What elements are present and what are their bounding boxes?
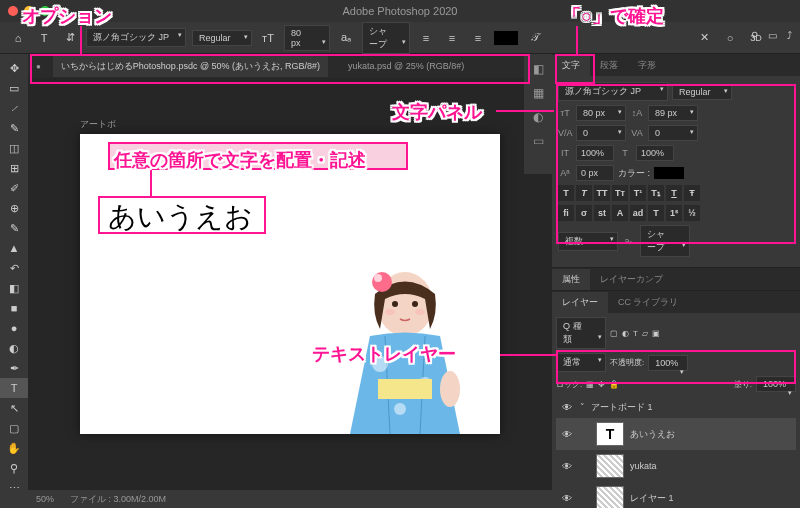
cancel-button[interactable]: ✕ <box>694 28 714 48</box>
hand-tool[interactable]: ✋ <box>0 438 28 458</box>
more-tools[interactable]: ⋯ <box>0 478 28 498</box>
char-baseline[interactable]: 0 px <box>576 165 614 181</box>
eyedropper-tool[interactable]: ✐ <box>0 178 28 198</box>
libraries-panel-icon[interactable]: ▭ <box>524 130 552 152</box>
type-tool[interactable]: T <box>0 378 28 398</box>
bold-button[interactable]: T <box>558 185 574 201</box>
paragraph-tab[interactable]: 段落 <box>590 55 628 76</box>
cc-libraries-tab[interactable]: CC ライブラリ <box>608 292 689 313</box>
document-tab-active[interactable]: いちからはじめるPhotoshop.psdc @ 50% (あいうえお, RGB… <box>53 56 328 77</box>
fill-value[interactable]: 100% <box>756 376 796 392</box>
ot-st[interactable]: st <box>594 205 610 221</box>
char-tab[interactable]: 文字 <box>552 55 590 76</box>
ot-fi[interactable]: fi <box>558 205 574 221</box>
align-right-icon[interactable]: ≡ <box>468 28 488 48</box>
layers-tab[interactable]: レイヤー <box>552 292 608 313</box>
properties-tab[interactable]: 属性 <box>552 269 590 290</box>
blend-mode[interactable]: 通常 <box>556 353 606 372</box>
lock-all-icon[interactable]: 🔒 <box>609 380 619 389</box>
char-color-swatch[interactable] <box>654 167 684 179</box>
share-icon[interactable]: ⤴ <box>787 30 792 41</box>
swatches-panel-icon[interactable]: ▦ <box>524 82 552 104</box>
opacity-value[interactable]: 100% <box>648 355 688 371</box>
warp-text-icon[interactable]: 𝒯 <box>524 28 544 48</box>
layer-row[interactable]: 👁 yukata <box>556 450 796 482</box>
ot-ad[interactable]: ad <box>630 205 646 221</box>
font-style-dropdown[interactable]: Regular <box>192 30 252 46</box>
ot-a[interactable]: A <box>612 205 628 221</box>
filter-smart-icon[interactable]: ▣ <box>652 329 660 338</box>
canvas[interactable]: アートボ あいうえお <box>28 78 552 490</box>
blur-tool[interactable]: ● <box>0 318 28 338</box>
workspace-icon[interactable]: ▭ <box>768 30 777 41</box>
char-va[interactable]: 0 <box>576 125 626 141</box>
color-panel-icon[interactable]: ◧ <box>524 58 552 80</box>
filter-image-icon[interactable]: ▢ <box>610 329 618 338</box>
aa-dropdown[interactable]: シャープ <box>362 22 410 54</box>
zoom-tool[interactable]: ⚲ <box>0 458 28 478</box>
subscript-button[interactable]: T₁ <box>648 185 664 201</box>
pen-tool[interactable]: ✒ <box>0 358 28 378</box>
filter-adjust-icon[interactable]: ◐ <box>622 329 629 338</box>
move-tool[interactable]: ✥ <box>0 58 28 78</box>
char-aa[interactable]: シャープ <box>640 225 690 257</box>
visibility-icon[interactable]: 👁 <box>560 402 574 413</box>
layer-filter[interactable]: Q 種類 <box>556 317 606 349</box>
crop-tool[interactable]: ◫ <box>0 138 28 158</box>
char-scale-h[interactable]: 100% <box>636 145 674 161</box>
visibility-icon[interactable]: 👁 <box>560 493 574 504</box>
underline-button[interactable]: T <box>666 185 682 201</box>
lasso-tool[interactable]: ⟋ <box>0 98 28 118</box>
commit-button[interactable]: ○ <box>720 28 740 48</box>
filter-shape-icon[interactable]: ▱ <box>642 329 648 338</box>
font-size-dropdown[interactable]: 80 px <box>284 25 330 51</box>
healing-tool[interactable]: ⊕ <box>0 198 28 218</box>
brush-tool[interactable]: ✎ <box>0 218 28 238</box>
visibility-icon[interactable]: 👁 <box>560 461 574 472</box>
disclosure-icon[interactable]: ˅ <box>580 402 585 412</box>
char-lang[interactable]: 複数 <box>558 232 618 251</box>
ot-1st[interactable]: 1ˢ <box>666 205 682 221</box>
layer-comps-tab[interactable]: レイヤーカンプ <box>590 269 673 290</box>
layer-row[interactable]: 👁 レイヤー 1 <box>556 482 796 508</box>
marquee-tool[interactable]: ▭ <box>0 78 28 98</box>
superscript-button[interactable]: T¹ <box>630 185 646 201</box>
italic-button[interactable]: T <box>576 185 592 201</box>
close-window-icon[interactable] <box>8 6 18 16</box>
glyphs-tab[interactable]: 字形 <box>628 55 666 76</box>
char-font-size[interactable]: 80 px <box>576 105 626 121</box>
char-kerning[interactable]: 0 <box>648 125 698 141</box>
strike-button[interactable]: Ŧ <box>684 185 700 201</box>
ot-sigma[interactable]: σ <box>576 205 592 221</box>
maximize-window-icon[interactable] <box>40 6 50 16</box>
align-left-icon[interactable]: ≡ <box>416 28 436 48</box>
search-icon[interactable]: ⚲ <box>751 30 758 41</box>
stamp-tool[interactable]: ▲ <box>0 238 28 258</box>
minimize-window-icon[interactable] <box>24 6 34 16</box>
artboard[interactable]: アートボ あいうえお <box>80 134 500 434</box>
layer-name[interactable]: レイヤー 1 <box>630 492 674 505</box>
smallcaps-button[interactable]: Tт <box>612 185 628 201</box>
font-family-dropdown[interactable]: 源ノ角ゴシック JP <box>86 28 186 47</box>
path-tool[interactable]: ↖ <box>0 398 28 418</box>
text-color-swatch[interactable] <box>494 31 518 45</box>
char-scale-v[interactable]: 100% <box>576 145 614 161</box>
history-brush-tool[interactable]: ↶ <box>0 258 28 278</box>
dodge-tool[interactable]: ◐ <box>0 338 28 358</box>
ot-half[interactable]: ½ <box>684 205 700 221</box>
text-content[interactable]: あいうえお <box>100 196 261 238</box>
char-leading[interactable]: 89 px <box>648 105 698 121</box>
layer-name[interactable]: yukata <box>630 461 657 471</box>
zoom-level[interactable]: 50% <box>36 494 54 504</box>
wand-tool[interactable]: ✎ <box>0 118 28 138</box>
layer-name[interactable]: あいうえお <box>630 428 675 441</box>
visibility-icon[interactable]: 👁 <box>560 429 574 440</box>
artboard-group[interactable]: 👁 ˅ アートボード 1 <box>556 396 796 418</box>
align-center-icon[interactable]: ≡ <box>442 28 462 48</box>
ot-t[interactable]: T <box>648 205 664 221</box>
filter-type-icon[interactable]: T <box>633 329 638 338</box>
char-font-style[interactable]: Regular <box>672 84 732 100</box>
shape-tool[interactable]: ▢ <box>0 418 28 438</box>
home-icon[interactable]: ⌂ <box>8 28 28 48</box>
eraser-tool[interactable]: ◧ <box>0 278 28 298</box>
